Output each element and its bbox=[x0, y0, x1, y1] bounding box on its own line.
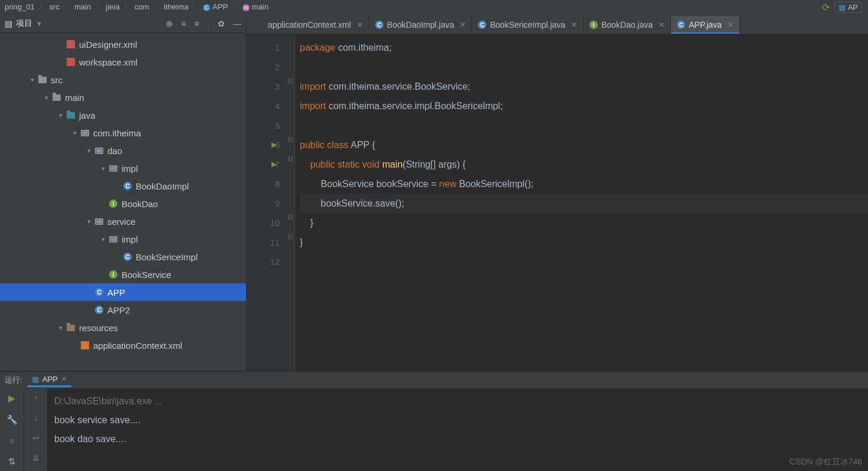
editor-tab[interactable]: CBookSericeImpl.java✕ bbox=[472, 16, 584, 34]
editor-tab[interactable]: CBookDaoImpl.java✕ bbox=[369, 16, 473, 34]
tree-label: APP2 bbox=[107, 305, 130, 315]
tree-node[interactable]: ▾service bbox=[0, 212, 246, 230]
tree-node[interactable]: ▾resources bbox=[0, 319, 246, 336]
tree-label: APP bbox=[107, 287, 125, 297]
tab-label: BookDao.java bbox=[601, 20, 653, 30]
editor-tab[interactable]: applicationContext.xml✕ bbox=[250, 16, 369, 34]
sync-icon[interactable]: ⟳ bbox=[822, 2, 830, 13]
tree-label: impl bbox=[122, 163, 138, 174]
class-icon: C bbox=[123, 181, 132, 191]
tab-label: applicationContext.xml bbox=[268, 20, 351, 30]
breadcrumb-item[interactable]: pring_01 bbox=[4, 2, 36, 11]
tree-node[interactable]: IBookService bbox=[0, 266, 246, 283]
tab-label: APP.java bbox=[689, 20, 722, 30]
tree-node[interactable]: workspace.xml bbox=[0, 53, 246, 71]
breadcrumb: pring_01〉src〉main〉java〉com〉itheima〉C APP… bbox=[0, 0, 868, 14]
tree-label: BookSericeImpl bbox=[136, 252, 198, 262]
code-editor[interactable]: 123456789101112 ⊟⊟⊟⊟⊟ package com.itheim… bbox=[247, 34, 868, 371]
folder-res-icon bbox=[66, 323, 76, 332]
iface-icon: I bbox=[109, 199, 118, 208]
watermark: CSDN @红豆冰746 bbox=[790, 457, 862, 467]
rerun-icon[interactable]: ▶ bbox=[8, 393, 15, 404]
tree-node[interactable]: ▾java bbox=[0, 106, 246, 124]
up-icon[interactable]: ↑ bbox=[34, 393, 38, 403]
project-header: ▤ 项目 ▼ ⊕ ≡ ≡ | ✿ — bbox=[0, 14, 246, 33]
close-icon[interactable]: ✕ bbox=[728, 21, 733, 29]
pkg-icon bbox=[94, 217, 104, 226]
pkg-icon bbox=[109, 234, 118, 244]
folder-blue-icon bbox=[66, 110, 76, 120]
close-icon[interactable]: ✕ bbox=[659, 21, 664, 29]
xml-icon bbox=[66, 40, 76, 49]
tree-node[interactable]: ▾dao bbox=[0, 142, 246, 159]
close-icon[interactable]: ✕ bbox=[460, 21, 466, 29]
breadcrumb-item[interactable]: main bbox=[73, 2, 92, 11]
editor-tabs[interactable]: applicationContext.xml✕CBookDaoImpl.java… bbox=[247, 14, 868, 34]
breadcrumb-item[interactable]: m main bbox=[241, 2, 270, 11]
tree-node[interactable]: ▾src bbox=[0, 71, 246, 89]
tree-node[interactable]: CAPP bbox=[0, 283, 246, 301]
run-toolbar: ▶ 🔧 ■ ⇅ bbox=[0, 388, 24, 471]
settings-icon[interactable]: ✿ bbox=[218, 19, 225, 28]
class-run-icon: C bbox=[677, 21, 685, 29]
breadcrumb-item[interactable]: com bbox=[133, 2, 150, 11]
run-tab[interactable]: ▦ APP ✕ bbox=[27, 373, 71, 387]
project-icon: ▤ bbox=[5, 19, 12, 28]
tree-label: main bbox=[65, 93, 84, 103]
stop-icon[interactable]: ■ bbox=[9, 436, 14, 446]
breadcrumb-item[interactable]: itheima bbox=[163, 2, 190, 11]
scroll-icon[interactable]: ⇊ bbox=[32, 453, 40, 463]
tree-node[interactable]: ▾impl bbox=[0, 230, 246, 248]
run-output[interactable]: D:\JavaSE\bin\java.exe ...book service s… bbox=[47, 388, 868, 471]
down-icon[interactable]: ↓ bbox=[34, 413, 38, 423]
expand-icon[interactable]: ≡ bbox=[181, 19, 186, 28]
tree-node[interactable]: IBookDao bbox=[0, 195, 246, 212]
editor-tab[interactable]: IBookDao.java✕ bbox=[584, 16, 671, 34]
tree-node[interactable]: CBookSericeImpl bbox=[0, 248, 246, 266]
tree-node[interactable]: ▾main bbox=[0, 89, 246, 106]
tree-node[interactable]: ▾com.itheima bbox=[0, 124, 246, 142]
breadcrumb-item[interactable]: src bbox=[48, 2, 61, 11]
project-tool-window: ▤ 项目 ▼ ⊕ ≡ ≡ | ✿ — uiDesigner.xmlworkspa… bbox=[0, 14, 247, 371]
layout-icon[interactable]: ⇅ bbox=[8, 456, 16, 467]
project-tree[interactable]: uiDesigner.xmlworkspace.xml▾src▾main▾jav… bbox=[0, 33, 246, 371]
xml-icon bbox=[66, 57, 76, 67]
class-icon: C bbox=[375, 21, 384, 29]
run-label: 运行: bbox=[5, 375, 22, 385]
collapse-icon[interactable]: ≡ bbox=[194, 19, 199, 28]
folder-icon bbox=[38, 75, 47, 84]
tree-node[interactable]: uiDesigner.xml bbox=[0, 35, 246, 53]
breadcrumb-item[interactable]: C APP bbox=[202, 2, 229, 11]
hide-icon[interactable]: — bbox=[233, 19, 241, 28]
breadcrumb-item[interactable]: java bbox=[104, 2, 121, 11]
folder-icon bbox=[52, 93, 61, 102]
tree-label: BookService bbox=[122, 270, 171, 280]
close-icon[interactable]: ✕ bbox=[61, 375, 67, 383]
tree-label: java bbox=[79, 110, 96, 120]
pkg-icon bbox=[94, 146, 104, 155]
tree-label: service bbox=[107, 217, 136, 227]
project-title: 项目 bbox=[16, 18, 32, 29]
close-icon[interactable]: ✕ bbox=[571, 21, 577, 29]
tree-node[interactable]: CBookDaoImpl bbox=[0, 177, 246, 195]
run-config-button[interactable]: ▦AP bbox=[834, 2, 862, 13]
tree-node[interactable]: applicationContext.xml bbox=[0, 336, 246, 354]
close-icon[interactable]: ✕ bbox=[357, 21, 363, 29]
locate-icon[interactable]: ⊕ bbox=[166, 19, 173, 28]
tree-node[interactable]: ▾impl bbox=[0, 159, 246, 177]
tree-label: dao bbox=[107, 146, 122, 156]
class-run-icon: C bbox=[94, 287, 104, 297]
tree-label: uiDesigner.xml bbox=[79, 40, 137, 50]
tree-node[interactable]: CAPP2 bbox=[0, 301, 246, 319]
class-icon: C bbox=[478, 21, 486, 29]
tree-label: resources bbox=[79, 323, 118, 333]
divider: | bbox=[207, 19, 209, 28]
wrap-icon[interactable]: ↩ bbox=[32, 433, 40, 443]
dropdown-icon[interactable]: ▼ bbox=[36, 20, 42, 27]
tab-label: BookSericeImpl.java bbox=[490, 20, 565, 30]
iface-icon: I bbox=[109, 270, 118, 279]
iface-icon: I bbox=[589, 21, 598, 29]
wrench-icon[interactable]: 🔧 bbox=[6, 414, 18, 425]
xml2-icon bbox=[80, 341, 90, 350]
editor-tab[interactable]: CAPP.java✕ bbox=[671, 16, 740, 34]
